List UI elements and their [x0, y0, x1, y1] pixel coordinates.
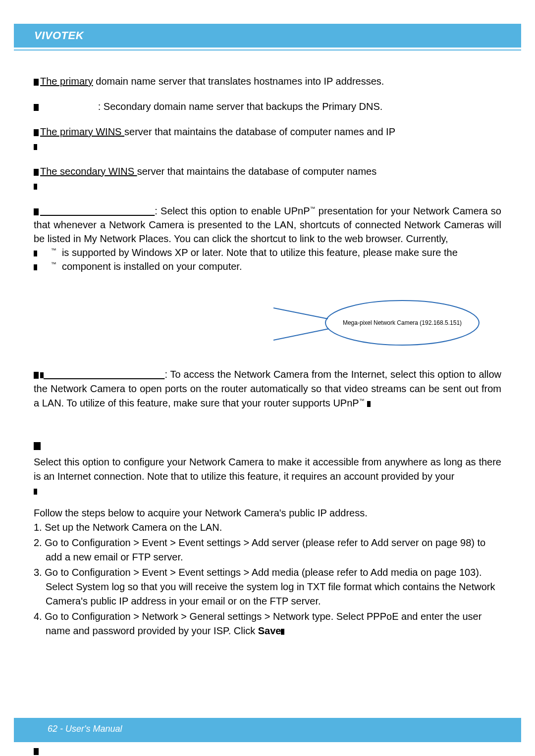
- redaction-blot: [34, 184, 37, 190]
- para-primary-dns: The primary domain name server that tran…: [34, 74, 501, 89]
- redaction-blot: [367, 401, 371, 407]
- redaction-blot: [34, 79, 39, 86]
- redaction-blot: [34, 748, 39, 755]
- redaction-blot: [34, 251, 37, 256]
- step-3: 3. Go to Configuration > Event > Event s…: [34, 565, 501, 608]
- redaction-blot: [40, 372, 44, 378]
- svg-line-2: [273, 329, 329, 340]
- callout-figure: Mega-pixel Network Camera (192.168.5.151…: [34, 293, 501, 353]
- link-primary-dns[interactable]: The primary: [40, 76, 93, 87]
- document-page: VIVOTEK The primary domain name server t…: [0, 0, 535, 756]
- brand-label: VIVOTEK: [14, 24, 521, 47]
- redaction-blot: [34, 169, 39, 176]
- steps-list: Follow the steps below to acquire your N…: [34, 506, 501, 638]
- section-pppoe: Select this option to configure your Net…: [34, 427, 501, 498]
- save-label: Save: [258, 625, 281, 636]
- tm-mark: ™: [310, 205, 316, 211]
- redaction-blot: [34, 208, 39, 215]
- para-upnp-portforward: : To access the Network Camera from the …: [34, 367, 501, 410]
- text: is supported by Windows XP or later. Not…: [59, 247, 458, 258]
- step-4: 4. Go to Configuration > Network > Gener…: [34, 609, 501, 638]
- redaction-blot: [34, 129, 39, 136]
- redaction-blot: [34, 489, 37, 495]
- text: server that maintains the database of co…: [137, 166, 377, 177]
- tm-mark: ™: [51, 247, 56, 253]
- tm-mark: ™: [359, 398, 365, 403]
- para-secondary-wins: The secondary WINS server that maintains…: [34, 164, 501, 193]
- para-upnp-presentation: : Select this option to enable UPnP™ pre…: [34, 204, 501, 273]
- steps-intro: Follow the steps below to acquire your N…: [34, 506, 501, 520]
- content-area: The primary domain name server that tran…: [0, 50, 535, 756]
- text: : Secondary domain name server that back…: [98, 101, 383, 112]
- redaction-blot: [34, 372, 39, 379]
- ellipse-callout-icon: Mega-pixel Network Camera (192.168.5.151…: [273, 293, 482, 353]
- text: domain name server that translates hostn…: [93, 76, 384, 87]
- step-1: 1. Set up the Network Camera on the LAN.: [34, 520, 501, 535]
- text: : Select this option to enable UPnP: [155, 205, 310, 216]
- header-bar: VIVOTEK: [14, 24, 521, 48]
- redaction-blot: [34, 144, 37, 150]
- link-upnp-portforward[interactable]: [44, 369, 164, 380]
- footer-bar: 62 - User's Manual: [14, 718, 521, 742]
- para-primary-wins: The primary WINS server that maintains t…: [34, 125, 501, 153]
- section-heading-blot: [34, 442, 41, 450]
- redaction-blot: [281, 629, 284, 635]
- para-pppoe: Select this option to configure your Net…: [34, 455, 501, 498]
- redaction-blot: [34, 264, 37, 270]
- text: Select this option to configure your Net…: [34, 456, 501, 482]
- svg-line-1: [273, 308, 328, 319]
- tm-mark: ™: [51, 261, 56, 267]
- footer-text: 62 - User's Manual: [48, 724, 122, 734]
- callout-text: Mega-pixel Network Camera (192.168.5.151…: [343, 319, 462, 326]
- step-2: 2. Go to Configuration > Event > Event s…: [34, 536, 501, 564]
- text: component is installed on your computer.: [59, 261, 242, 272]
- brand-text: VIVOTEK: [34, 29, 84, 42]
- link-secondary-wins[interactable]: The secondary WINS: [40, 166, 137, 177]
- redaction-blot: [34, 104, 39, 111]
- link-primary-wins[interactable]: The primary WINS: [40, 126, 124, 137]
- text: server that maintains the database of co…: [124, 126, 395, 137]
- para-secondary-dns: : Secondary domain name server that back…: [34, 100, 501, 114]
- link-upnp-presentation[interactable]: [40, 205, 155, 216]
